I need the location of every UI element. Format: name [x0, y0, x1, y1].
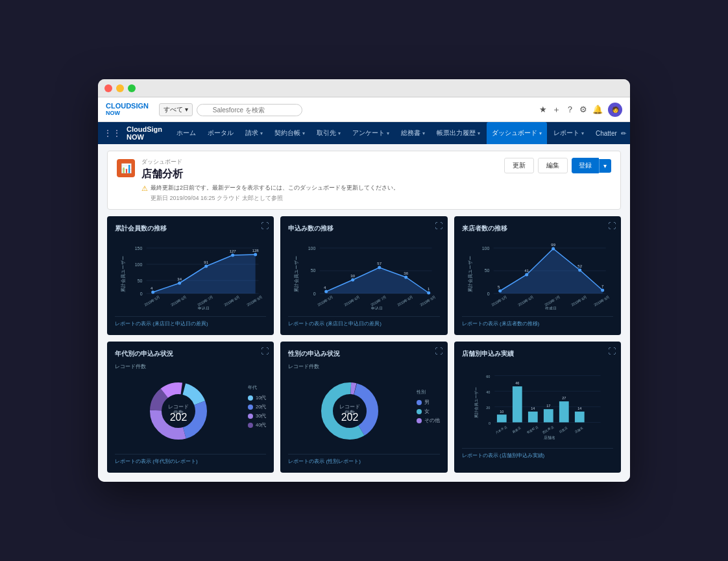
expand-icon[interactable]: ⛶: [608, 221, 616, 231]
svg-text:7: 7: [601, 284, 604, 288]
bar-yurakucho: [528, 412, 538, 423]
expand-icon[interactable]: ⛶: [261, 221, 269, 231]
svg-text:作成日: 作成日: [544, 306, 556, 310]
svg-text:34: 34: [177, 277, 182, 281]
expand-icon[interactable]: ⛶: [608, 347, 616, 356]
minimize-button[interactable]: [116, 84, 124, 92]
nav-dashboard[interactable]: ダッシュボード▾: [487, 122, 547, 144]
svg-point-35: [351, 278, 354, 281]
nav-general[interactable]: 総務書▾: [396, 122, 430, 144]
expand-icon[interactable]: ⛶: [435, 221, 443, 231]
expand-icon[interactable]: ⛶: [435, 347, 443, 356]
line-chart-svg: 累計会員ユーザー 100 50 0 4 30: [288, 238, 439, 310]
svg-text:50: 50: [484, 268, 489, 273]
donut-chart-wrap: レコード件数: [115, 364, 243, 450]
svg-text:累計会員ユーザー: 累計会員ユーザー: [121, 256, 126, 292]
expand-icon[interactable]: ⛶: [261, 347, 269, 356]
help-icon[interactable]: ？: [566, 104, 574, 116]
logo-text-now: NOW: [106, 110, 149, 116]
settings-icon[interactable]: ⚙: [579, 105, 587, 114]
svg-point-59: [525, 273, 528, 276]
svg-text:2019年9月: 2019年9月: [420, 295, 437, 307]
donut-svg-gender: レコード 件数 202: [311, 372, 389, 450]
record-label: レコード件数: [115, 364, 146, 370]
svg-text:2019年6月: 2019年6月: [170, 295, 188, 307]
svg-text:1: 1: [428, 287, 430, 291]
svg-text:14: 14: [531, 406, 535, 410]
svg-text:0: 0: [489, 421, 491, 425]
update-info: 更新日 2019/09/04 16:25 クラウド 太郎として参照: [151, 194, 399, 203]
svg-text:40: 40: [486, 390, 490, 394]
svg-point-34: [324, 290, 328, 293]
nav-portal[interactable]: ポータル: [202, 122, 239, 144]
legend-title: 性別: [417, 389, 440, 395]
svg-text:0: 0: [140, 292, 143, 296]
svg-text:14: 14: [577, 406, 581, 410]
chart-footer-link[interactable]: レポートの表示 (店舗別申込み実績): [462, 453, 545, 458]
maximize-button[interactable]: [128, 84, 136, 92]
chart-footer-link[interactable]: レポートの表示 (性別レポート): [288, 458, 361, 464]
record-label: レコード件数: [288, 364, 319, 370]
nav-reports[interactable]: レポート▾: [548, 122, 589, 144]
svg-text:36: 36: [404, 271, 409, 275]
nav-accounts[interactable]: 取引先▾: [311, 122, 346, 144]
svg-text:六本木店: 六本木店: [494, 425, 507, 434]
dashboard-actions: 更新 編集 登録 ▾: [504, 158, 611, 173]
svg-point-60: [552, 247, 555, 250]
grid-icon[interactable]: ⋮⋮: [103, 128, 121, 138]
svg-text:91: 91: [204, 260, 208, 264]
chart-footer-link[interactable]: レポートの表示 (来店日と申込日の差異): [288, 321, 382, 327]
chart-footer-link[interactable]: レポートの表示 (来店者数の推移): [462, 321, 540, 327]
svg-text:店舗名: 店舗名: [544, 435, 555, 440]
star-icon[interactable]: ★: [539, 105, 547, 114]
svg-point-38: [427, 291, 430, 294]
svg-point-14: [254, 253, 257, 256]
nav-reports-output[interactable]: 帳票出力履歴▾: [431, 122, 485, 144]
dashboard-icon: 📊: [117, 159, 135, 177]
nav-survey[interactable]: アンケート▾: [347, 122, 394, 144]
nav-chatter[interactable]: Chatter✏: [590, 122, 630, 144]
svg-text:202: 202: [170, 412, 188, 423]
search-input[interactable]: [197, 104, 302, 116]
edit-button[interactable]: 編集: [538, 158, 568, 173]
svg-text:27: 27: [562, 396, 566, 400]
chart-gender-breakdown: 性別の申込み状況 ⛶ レコード件数 レコード 件数 202: [280, 342, 447, 473]
bar-chart-svg: 累計会員ユーザー 60 40 20 0 10: [462, 364, 613, 442]
topnav: CLOUDSIGN NOW すべて ▾ 🔍 ★ ＋ ？ ⚙ 🔔 🧑: [98, 97, 630, 122]
nav-home[interactable]: ホーム: [171, 122, 201, 144]
svg-text:57: 57: [378, 262, 382, 266]
register-button[interactable]: 登録: [572, 158, 599, 173]
chart-footer: レポートの表示 (店舗別申込み実績): [462, 448, 613, 459]
nav-contracts[interactable]: 契約台帳▾: [269, 122, 310, 144]
svg-text:2019年7月: 2019年7月: [197, 295, 214, 307]
legend-color-male: [417, 400, 422, 405]
logo: CLOUDSIGN NOW: [106, 103, 149, 116]
svg-text:100: 100: [308, 246, 316, 251]
chart-footer-link[interactable]: レポートの表示 (来店日と申込日の差異): [115, 321, 208, 327]
bell-icon[interactable]: 🔔: [592, 105, 603, 114]
chart-footer: レポートの表示 (年代別のレポート): [115, 454, 266, 465]
register-dropdown-button[interactable]: ▾: [599, 159, 611, 173]
donut-svg: レコード 件数 202: [140, 372, 217, 450]
svg-text:2019年8月: 2019年8月: [570, 295, 588, 307]
nav-billing[interactable]: 請求▾: [240, 122, 268, 144]
warning-text: 最終更新は2日前です。最新データを表示するには、このダッシュボードを更新してくだ…: [151, 184, 399, 192]
breadcrumb: ダッシュボード: [141, 158, 399, 166]
close-button[interactable]: [104, 84, 112, 92]
charts-grid: 累計会員数の推移 ⛶ 累計会員ユーザー 150 100 50 0: [107, 216, 621, 473]
warning-content: 最終更新は2日前です。最新データを表示するには、このダッシュボードを更新してくだ…: [151, 184, 399, 203]
search-filter-dropdown[interactable]: すべて ▾: [159, 103, 193, 116]
line-chart-svg: 累計会員ユーザー 150 100 50 0: [115, 238, 266, 310]
chart-title: 累計会員数の推移: [115, 224, 266, 233]
avatar[interactable]: 🧑: [608, 103, 622, 117]
chart-footer-link[interactable]: レポートの表示 (年代別のレポート): [115, 458, 198, 464]
svg-marker-33: [326, 268, 429, 293]
legend-label: 30代: [256, 413, 266, 419]
svg-text:0: 0: [313, 292, 316, 296]
add-icon[interactable]: ＋: [552, 104, 561, 116]
legend-color-40s: [248, 423, 253, 428]
refresh-button[interactable]: 更新: [504, 158, 534, 173]
svg-text:レコード: レコード: [168, 404, 189, 410]
svg-text:2019年5月: 2019年5月: [491, 295, 508, 307]
svg-text:銀座店: 銀座店: [511, 425, 522, 434]
